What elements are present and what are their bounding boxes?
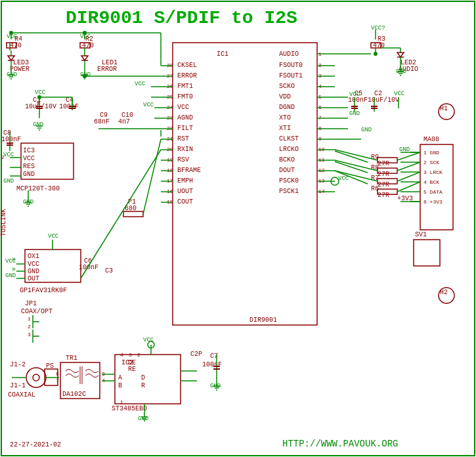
- svg-text:VCC: VCC: [5, 258, 16, 265]
- svg-text:27R: 27R: [378, 192, 389, 199]
- svg-text:6: 6: [56, 371, 59, 377]
- svg-text:A: A: [118, 374, 122, 381]
- svg-text:UOUT: UOUT: [177, 188, 193, 195]
- svg-text:GND: GND: [399, 146, 410, 153]
- svg-text:C3: C3: [105, 267, 113, 274]
- svg-text:MCP120T-300: MCP120T-300: [16, 185, 60, 192]
- svg-text:RXIN: RXIN: [177, 146, 193, 153]
- svg-text:FSOUT0: FSOUT0: [279, 62, 303, 69]
- svg-text:J1-1: J1-1: [10, 382, 26, 389]
- svg-text:H1: H1: [440, 105, 448, 112]
- svg-text:7: 7: [56, 378, 59, 383]
- svg-text:VCC: VCC: [35, 89, 46, 96]
- svg-text:ERROR: ERROR: [177, 72, 197, 79]
- svg-text:ERROR: ERROR: [97, 66, 117, 73]
- svg-text:RST: RST: [177, 135, 189, 142]
- svg-text:C2P: C2P: [190, 351, 202, 358]
- svg-text:VDD: VDD: [279, 93, 291, 100]
- svg-text:GND: GND: [23, 171, 35, 178]
- svg-text:PSCK1: PSCK1: [279, 188, 299, 195]
- svg-text:1: 1: [28, 316, 31, 322]
- svg-text:1: 1: [120, 399, 123, 405]
- svg-text:DIR9001: DIR9001: [249, 316, 277, 324]
- svg-text:JP1: JP1: [25, 300, 37, 307]
- svg-rect-319: [123, 211, 143, 217]
- svg-text:100nF: 100nF: [1, 136, 21, 143]
- svg-line-337: [81, 150, 161, 278]
- svg-text:VCC: VCC: [135, 81, 146, 87]
- svg-text:RES: RES: [23, 163, 35, 170]
- svg-text:4: 4: [120, 352, 123, 358]
- svg-point-124: [83, 31, 87, 35]
- svg-text:VCC?: VCC?: [371, 25, 385, 32]
- svg-text:27R: 27R: [378, 171, 389, 178]
- svg-line-294: [397, 182, 420, 192]
- svg-text:27R: 27R: [378, 160, 389, 167]
- svg-point-214: [33, 374, 39, 381]
- svg-text:DA102C: DA102C: [62, 391, 86, 398]
- svg-text:VCC: VCC: [349, 91, 360, 98]
- svg-text:VCC: VCC: [3, 152, 14, 158]
- svg-text:BCKO: BCKO: [279, 156, 295, 163]
- svg-text:D: D: [141, 374, 145, 381]
- svg-text:DOUT: DOUT: [279, 167, 295, 174]
- svg-text:6 +3V3: 6 +3V3: [423, 199, 443, 205]
- svg-text:CLKST: CLKST: [279, 135, 299, 142]
- svg-text:+: +: [36, 100, 40, 107]
- svg-text:4 BCK: 4 BCK: [423, 179, 439, 185]
- svg-text:2: 2: [1, 154, 5, 160]
- svg-point-336: [37, 95, 41, 99]
- svg-text:SV1: SV1: [415, 231, 427, 238]
- svg-text:PSCK0: PSCK0: [279, 177, 299, 185]
- svg-text:FMT1: FMT1: [177, 83, 193, 90]
- svg-line-320: [143, 139, 161, 214]
- svg-text:BFRAME: BFRAME: [177, 167, 201, 174]
- svg-text:CKSEL: CKSEL: [177, 62, 197, 69]
- svg-text:10uF/10V: 10uF/10V: [368, 97, 399, 104]
- svg-text:IC3: IC3: [23, 147, 35, 154]
- svg-point-330: [83, 74, 87, 78]
- svg-line-293: [397, 172, 420, 181]
- svg-text:GND: GND: [28, 268, 39, 275]
- svg-text:GND: GND: [33, 121, 43, 128]
- svg-text:COAXIAL: COAXIAL: [8, 391, 35, 399]
- svg-text:68nF: 68nF: [94, 118, 110, 125]
- svg-point-213: [26, 368, 46, 387]
- svg-text:+3V3: +3V3: [397, 195, 413, 202]
- svg-text:IC1: IC1: [217, 51, 228, 58]
- svg-text:VCC: VCC: [143, 102, 154, 108]
- svg-text:FMT0: FMT0: [177, 93, 193, 100]
- svg-text:AGND: AGND: [177, 114, 193, 121]
- svg-text:VCC: VCC: [28, 261, 39, 268]
- svg-text:SCKO: SCKO: [279, 83, 295, 90]
- svg-text:AUDIO: AUDIO: [279, 51, 299, 58]
- svg-text:3: 3: [129, 352, 132, 358]
- svg-text:H2: H2: [440, 289, 448, 296]
- svg-text:FSOUT1: FSOUT1: [279, 72, 303, 79]
- svg-text:OUT: OUT: [28, 275, 39, 282]
- svg-text:EMPH: EMPH: [177, 177, 193, 185]
- svg-text:R: R: [141, 382, 145, 389]
- url-label: HTTP://WWW.PAVOUK.ORG: [282, 439, 398, 449]
- svg-text:TR1: TR1: [66, 355, 77, 362]
- svg-text:GP1FAV31RK0F: GP1FAV31RK0F: [20, 287, 67, 294]
- svg-text:ST3485EBD: ST3485EBD: [112, 405, 147, 412]
- svg-text:FILT: FILT: [177, 125, 193, 132]
- svg-text:RSV: RSV: [177, 156, 189, 163]
- svg-text:MA08: MA08: [423, 136, 439, 143]
- svg-text:100nF: 100nF: [202, 361, 222, 368]
- svg-text:LRCKO: LRCKO: [279, 146, 299, 153]
- svg-text:VCC: VCC: [23, 155, 35, 162]
- svg-point-123: [9, 31, 13, 35]
- svg-text:DGND: DGND: [279, 104, 295, 111]
- svg-marker-113: [81, 56, 88, 60]
- svg-text:2: 2: [28, 324, 31, 330]
- svg-point-131: [374, 52, 378, 56]
- svg-text:VCC: VCC: [177, 104, 189, 111]
- svg-text:2: 2: [137, 352, 141, 358]
- svg-text:COAX/OPT: COAX/OPT: [21, 308, 53, 315]
- svg-text:COUT: COUT: [177, 198, 193, 206]
- svg-line-291: [397, 152, 420, 160]
- svg-text:RE: RE: [128, 366, 136, 373]
- svg-text:3: 3: [28, 332, 31, 337]
